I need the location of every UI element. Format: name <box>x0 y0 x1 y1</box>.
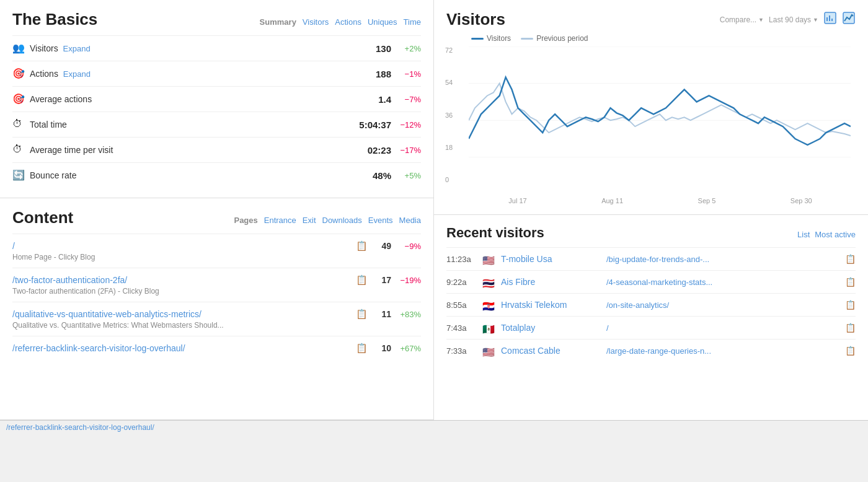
legend-previous: Previous period <box>521 34 588 43</box>
content-title: Content <box>12 208 73 227</box>
content-subtitle-2: Qualitative vs. Quantitative Metrics: Wh… <box>12 321 421 330</box>
visitor-page-1[interactable]: /4-seasonal-marketing-stats... <box>606 278 839 287</box>
content-value-2: 11 <box>373 309 391 319</box>
metric-label-avg-time: Average time per visit <box>30 145 337 155</box>
visitor-ext-icon-2[interactable]: 📋 <box>845 300 856 310</box>
content-link-0[interactable]: / <box>12 241 351 251</box>
range-dropdown[interactable]: Last 90 days ▼ <box>769 15 818 24</box>
visitors-chart-svg <box>469 46 851 194</box>
visitor-time-0: 11:23a <box>446 255 476 264</box>
basics-header: The Basics Summary Visitors Actions Uniq… <box>12 10 421 36</box>
metric-label-visitors: Visitors Expand <box>30 43 337 53</box>
tab-actions[interactable]: Actions <box>335 17 361 27</box>
visitors-icon: 👥 <box>12 42 25 55</box>
tab-most-active[interactable]: Most active <box>815 230 856 239</box>
metric-label-actions: Actions Expand <box>30 69 337 79</box>
visitors-line <box>469 77 851 145</box>
actions-expand-link[interactable]: Expand <box>63 69 91 79</box>
tab-time[interactable]: Time <box>404 17 421 27</box>
metric-row-avg-time: ⏱ Average time per visit 02:23 −17% <box>12 138 421 163</box>
compare-arrow-icon: ▼ <box>758 17 764 23</box>
total-time-icon: ⏱ <box>12 118 25 131</box>
visitor-time-4: 7:33a <box>446 346 476 356</box>
visitors-chart-title: Visitors <box>446 10 505 29</box>
tab-downloads[interactable]: Downloads <box>322 216 362 225</box>
visitor-row-1: 9:22a 🇹🇭 Ais Fibre /4-seasonal-marketing… <box>446 271 856 294</box>
visitor-time-3: 7:43a <box>446 323 476 333</box>
visitor-ext-icon-0[interactable]: 📋 <box>845 254 856 264</box>
metric-label-total-time: Total time <box>30 120 337 129</box>
tab-events[interactable]: Events <box>368 216 393 225</box>
metric-row-avg-actions: 🎯 Average actions 1.4 −7% <box>12 87 421 112</box>
legend-visitors-label: Visitors <box>487 34 511 43</box>
content-value-0: 49 <box>373 241 391 251</box>
content-item-3: /referrer-backlink-search-visitor-log-ov… <box>12 336 421 360</box>
metric-row-visitors: 👥 Visitors Expand 130 +2% <box>12 36 421 61</box>
metric-value-avg-actions: 1.4 <box>342 94 391 105</box>
content-link-3[interactable]: /referrer-backlink-search-visitor-log-ov… <box>12 343 351 353</box>
visitor-name-0[interactable]: T-mobile Usa <box>501 254 600 264</box>
tab-summary-active[interactable]: Summary <box>260 17 296 27</box>
metric-row-bounce: 🔄 Bounce rate 48% +5% <box>12 163 421 188</box>
content-link-1[interactable]: /two-factor-authentication-2fa/ <box>12 275 351 285</box>
legend-previous-line <box>521 38 533 40</box>
metric-row-total-time: ⏱ Total time 5:04:37 −12% <box>12 112 421 138</box>
visitor-flag-4: 🇺🇸 <box>482 346 495 355</box>
metric-change-visitors: +2% <box>396 44 421 53</box>
content-subtitle-0: Home Page - Clicky Blog <box>12 253 421 261</box>
content-link-2[interactable]: /qualitative-vs-quantitative-web-analyti… <box>12 309 351 319</box>
chart-x-labels: Jul 17 Aug 11 Sep 5 Sep 30 <box>471 197 849 204</box>
tab-uniques[interactable]: Uniques <box>368 17 397 27</box>
tab-list[interactable]: List <box>797 230 810 239</box>
tab-media[interactable]: Media <box>399 216 421 225</box>
visitor-row-2: 8:55a 🇭🇷 Hrvatski Telekom /on-site-analy… <box>446 294 856 317</box>
basics-title: The Basics <box>12 10 97 29</box>
visitors-expand-link[interactable]: Expand <box>63 44 91 53</box>
content-copy-icon-2[interactable]: 📋 <box>356 309 368 320</box>
recent-panel: Recent visitors List Most active 11:23a … <box>434 215 868 419</box>
content-change-3: +67% <box>396 344 421 353</box>
legend-visitors-line <box>471 38 484 40</box>
content-header: Content Pages Entrance Exit Downloads Ev… <box>12 208 421 234</box>
recent-tabs: List Most active <box>797 230 856 239</box>
visitor-page-2[interactable]: /on-site-analytics/ <box>606 300 839 310</box>
content-item-0: / 📋 49 −9% Home Page - Clicky Blog <box>12 234 421 268</box>
visitor-name-4[interactable]: Comcast Cable <box>501 346 600 356</box>
content-change-1: −19% <box>396 276 421 285</box>
visitor-row-3: 7:43a 🇲🇽 Totalplay / 📋 <box>446 317 856 340</box>
metric-change-actions: −1% <box>396 69 421 79</box>
visitors-panel: Visitors Compare... ▼ Last 90 days ▼ <box>434 0 868 215</box>
visitor-page-3[interactable]: / <box>606 323 839 333</box>
visitor-name-1[interactable]: Ais Fibre <box>501 277 600 287</box>
compare-dropdown[interactable]: Compare... ▼ <box>720 15 764 24</box>
visitor-ext-icon-4[interactable]: 📋 <box>845 346 856 356</box>
metric-value-actions: 188 <box>342 69 391 79</box>
chart-y-labels: 72 54 36 18 0 <box>445 46 453 196</box>
metric-value-bounce: 48% <box>342 170 391 181</box>
legend-visitors: Visitors <box>471 34 511 43</box>
chart-type-icon[interactable] <box>842 11 856 28</box>
export-icon[interactable] <box>823 11 837 28</box>
visitor-name-3[interactable]: Totalplay <box>501 323 600 333</box>
visitor-name-2[interactable]: Hrvatski Telekom <box>501 300 600 310</box>
tab-exit[interactable]: Exit <box>303 216 316 225</box>
tab-entrance[interactable]: Entrance <box>264 216 296 225</box>
content-copy-icon-0[interactable]: 📋 <box>356 240 368 252</box>
tab-visitors[interactable]: Visitors <box>303 17 329 27</box>
actions-icon: 🎯 <box>12 68 25 80</box>
visitor-flag-3: 🇲🇽 <box>482 323 495 332</box>
visitor-time-1: 9:22a <box>446 278 476 287</box>
visitors-header: Visitors Compare... ▼ Last 90 days ▼ <box>446 10 856 29</box>
visitor-ext-icon-3[interactable]: 📋 <box>845 323 856 333</box>
visitor-page-4[interactable]: /large-date-range-queries-n... <box>606 346 839 356</box>
visitor-ext-icon-1[interactable]: 📋 <box>845 277 856 287</box>
visitors-controls: Compare... ▼ Last 90 days ▼ <box>720 11 856 28</box>
content-copy-icon-3[interactable]: 📋 <box>356 343 368 354</box>
content-copy-icon-1[interactable]: 📋 <box>356 274 368 286</box>
visitor-page-0[interactable]: /big-update-for-trends-and-... <box>606 255 839 264</box>
chart-legend: Visitors Previous period <box>471 34 856 43</box>
bottom-url-link[interactable]: /referrer-backlink-search-visitor-log-ov… <box>6 423 154 432</box>
visitor-row-4: 7:33a 🇺🇸 Comcast Cable /large-date-range… <box>446 340 856 362</box>
tab-pages-active[interactable]: Pages <box>234 216 257 225</box>
metric-label-avg-actions: Average actions <box>30 94 337 104</box>
